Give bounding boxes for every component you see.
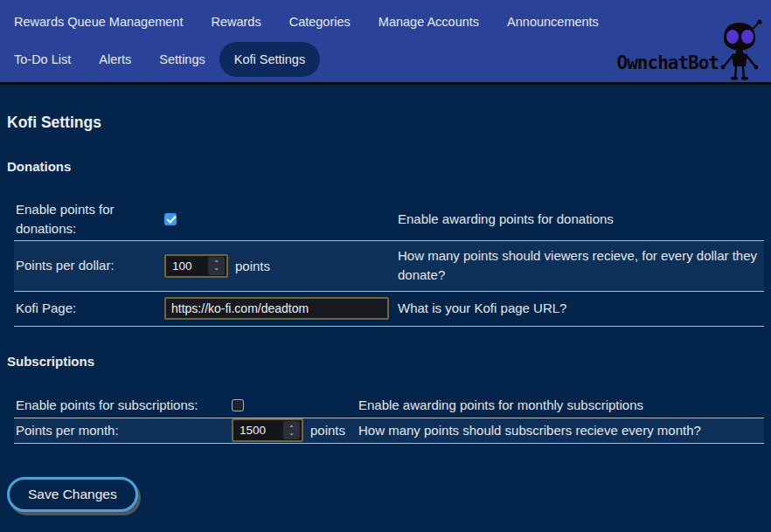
points-per-month-value: 1500: [240, 424, 283, 437]
nav-tab-alerts[interactable]: Alerts: [85, 44, 145, 75]
donations-section-heading: Donations: [7, 159, 764, 174]
points-suffix: points: [310, 423, 345, 438]
kofi-settings-page: Kofi Settings Donations Enable points fo…: [0, 114, 771, 512]
kofi-page-description: What is your Kofi page URL?: [398, 299, 764, 318]
enable-subscriptions-checkbox[interactable]: [232, 399, 244, 411]
nav-tab-rewards[interactable]: Rewards: [197, 6, 274, 38]
nav-tab-rewards-queue-management[interactable]: Rewards Queue Management: [0, 6, 197, 38]
stepper-down-icon[interactable]: ⌄: [288, 431, 295, 435]
points-per-dollar-input[interactable]: 100 ⌃⌄: [164, 254, 228, 278]
subscriptions-table: Enable points for subscriptions: Enable …: [14, 393, 764, 444]
kofi-page-url-input[interactable]: [164, 297, 389, 320]
table-row-kofi-page: Kofi Page: What is your Kofi page URL?: [14, 292, 764, 327]
points-per-dollar-label: Points per dollar:: [14, 254, 164, 277]
stepper-down-icon[interactable]: ⌄: [213, 266, 219, 270]
nav-tab-kofi-settings[interactable]: Kofi Settings: [219, 42, 320, 77]
table-row-enable-subscriptions: Enable points for subscriptions: Enable …: [14, 393, 764, 418]
points-per-month-label: Points per month:: [14, 419, 232, 442]
table-row-enable-donations: Enable points for donations: Enable awar…: [14, 198, 764, 241]
donations-table: Enable points for donations: Enable awar…: [14, 198, 764, 327]
nav-tab-settings[interactable]: Settings: [145, 44, 219, 75]
logo-wordmark: OwnchatBot: [617, 52, 719, 73]
save-changes-button[interactable]: Save Changes: [7, 477, 138, 512]
number-stepper-arrows[interactable]: ⌃⌄: [208, 257, 225, 275]
points-per-month-input[interactable]: 1500 ⌃⌄: [232, 418, 303, 442]
enable-subscriptions-label: Enable points for subscriptions:: [14, 394, 232, 417]
enable-subscriptions-description: Enable awarding points for monthly subsc…: [358, 396, 764, 415]
nav-tab-todo-list[interactable]: To-Do List: [0, 44, 85, 75]
enable-donations-description: Enable awarding points for donations: [398, 210, 764, 229]
robot-mascot-icon: [715, 19, 766, 86]
number-stepper-arrows[interactable]: ⌃⌄: [283, 421, 300, 439]
nav-tab-categories[interactable]: Categories: [275, 6, 365, 38]
table-row-points-per-dollar: Points per dollar: 100 ⌃⌄ points How man…: [14, 241, 764, 292]
enable-donations-label: Enable points for donations:: [14, 198, 164, 240]
subscriptions-section-heading: Subscriptions: [7, 354, 764, 369]
nav-tab-announcements[interactable]: Announcements: [493, 6, 613, 38]
navbar: Rewards Queue Management Rewards Categor…: [0, 0, 771, 85]
points-suffix: points: [235, 259, 270, 273]
ownchatbot-logo: OwnchatBot: [617, 19, 766, 86]
enable-donations-checkbox[interactable]: [164, 213, 177, 225]
points-per-dollar-value: 100: [172, 259, 208, 273]
kofi-page-label: Kofi Page:: [14, 297, 164, 320]
points-per-month-description: How many points should subscribers recie…: [358, 421, 764, 440]
table-row-points-per-month: Points per month: 1500 ⌃⌄ points How man…: [14, 418, 764, 444]
points-per-dollar-description: How many points should viewers recieve, …: [398, 246, 764, 285]
page-title: Kofi Settings: [7, 114, 764, 132]
nav-tab-manage-accounts[interactable]: Manage Accounts: [365, 6, 493, 38]
